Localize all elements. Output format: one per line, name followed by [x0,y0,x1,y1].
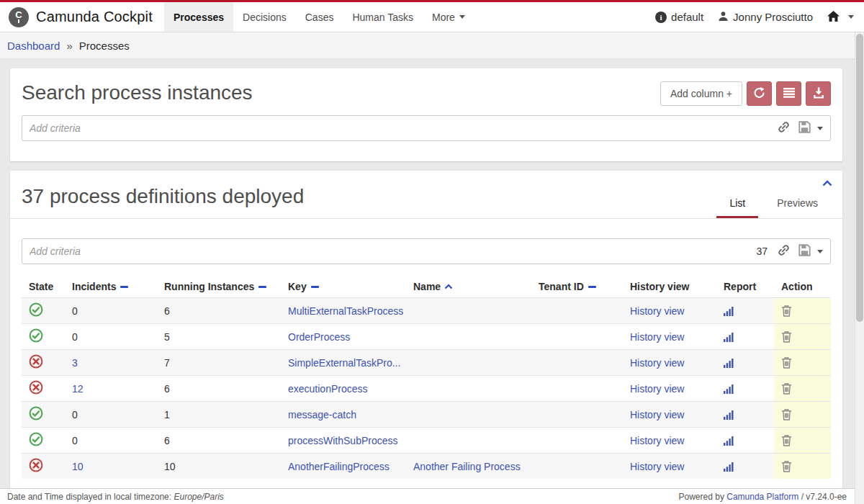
save-search-dropdown[interactable] [798,121,823,136]
history-view-link[interactable]: History view [630,461,684,472]
report-chart-icon[interactable] [724,306,734,316]
report-chart-icon[interactable] [724,358,734,368]
process-name-link[interactable]: Another Failing Process [413,461,521,472]
incidents-link[interactable]: 3 [72,357,78,369]
table-body: 0 6 MultiExternalTaskProcess History vie… [22,297,831,479]
breadcrumb-dashboard-link[interactable]: Dashboard [7,40,60,52]
history-view-link[interactable]: History view [630,409,684,420]
nav-item-more[interactable]: More [423,2,474,32]
powered-by: Powered by Camunda Platform / v7.24.0-ee [679,492,847,502]
incidents-link[interactable]: 12 [72,383,84,395]
process-key-link[interactable]: OrderProcess [288,331,350,343]
user-menu[interactable]: Jonny Prosciutto [718,11,813,24]
nav-item-human-tasks[interactable]: Human Tasks [343,2,423,32]
instance-criteria-input[interactable] [30,122,775,134]
report-chart-icon[interactable] [724,410,734,420]
delete-icon[interactable] [781,460,792,472]
incidents-cell: 3 [65,350,157,375]
incidents-link[interactable]: 10 [72,461,84,472]
share-link-button[interactable] [747,81,772,106]
incidents-cell: 12 [65,376,157,401]
table-row: 12 6 executionProcess History view [22,375,831,401]
tenant-id-cell [531,454,623,479]
camunda-cockpit-screen: C Camunda Cockpit Processes Decisions Ca… [0,0,864,504]
engine-selector[interactable]: i default [655,11,703,23]
nav-item-cases[interactable]: Cases [296,2,343,32]
history-view-link[interactable]: History view [630,435,684,446]
home-menu[interactable] [827,11,854,24]
menu-lines-icon [783,88,795,100]
delete-icon[interactable] [781,408,792,420]
add-column-button[interactable]: Add column + [660,81,742,106]
state-ok-icon [29,302,43,319]
link-icon [778,121,790,135]
definition-criteria-input[interactable] [30,246,756,257]
brand[interactable]: C Camunda Cockpit [0,2,164,32]
history-view-link[interactable]: History view [630,357,684,369]
engine-name: default [671,11,703,23]
camunda-platform-link[interactable]: Camunda Platform [726,492,798,502]
list-view-button[interactable] [776,81,801,106]
breadcrumb: Dashboard » Processes [0,32,864,59]
tab-list[interactable]: List [716,192,758,218]
vertical-scrollbar[interactable] [855,32,864,504]
definitions-table: State Incidents Running Instances Key Na… [22,276,831,479]
process-key-link[interactable]: SimpleExternalTaskPro... [288,357,400,369]
user-name: Jonny Prosciutto [733,11,813,23]
definition-criteria-bar: 37 [22,238,831,264]
user-icon [718,11,729,24]
header-running-instances[interactable]: Running Instances [157,276,281,297]
delete-icon[interactable] [781,330,792,343]
state-error-icon [29,458,43,474]
history-view-link[interactable]: History view [630,331,684,343]
tab-previews[interactable]: Previews [764,192,831,218]
header-report: Report [716,276,774,297]
scrollbar-thumb[interactable] [856,34,863,322]
delete-icon[interactable] [781,305,792,317]
history-view-link[interactable]: History view [630,383,684,395]
process-key-link[interactable]: message-catch [288,409,356,420]
process-key-link[interactable]: executionProcess [288,383,368,395]
breadcrumb-current: Processes [79,40,130,52]
copy-link-button[interactable] [775,244,793,258]
delete-icon[interactable] [781,382,792,395]
search-panel-title: Search process instances [22,81,253,104]
report-chart-icon[interactable] [724,332,734,342]
report-chart-icon[interactable] [724,436,734,446]
report-chart-icon[interactable] [724,462,734,472]
download-icon [813,87,824,101]
report-chart-icon[interactable] [724,384,734,394]
table-row: 0 6 MultiExternalTaskProcess History vie… [22,297,831,323]
save-search-dropdown[interactable] [798,244,823,259]
delete-icon[interactable] [781,356,792,369]
incidents-cell: 0 [65,324,157,349]
tenant-id-cell [531,324,623,349]
nav-item-decisions[interactable]: Decisions [233,2,296,32]
state-ok-icon [29,406,43,423]
table-row: 0 5 OrderProcess History view [22,323,831,349]
header-incidents[interactable]: Incidents [65,276,157,297]
header-key[interactable]: Key [281,276,406,297]
breadcrumb-separator: » [66,40,72,52]
header-action: Action [774,276,831,297]
table-row: 0 6 processWithSubProcess History view [22,427,831,453]
process-key-link[interactable]: MultiExternalTaskProcess [288,305,403,317]
tenant-id-cell [531,350,623,375]
search-instances-panel: Search process instances Add column + [10,68,842,161]
running-instances-cell: 6 [157,376,281,401]
running-instances-cell: 6 [157,298,281,323]
collapse-panel-button[interactable] [822,178,832,189]
nav-item-processes[interactable]: Processes [164,2,233,32]
process-key-link[interactable]: AnotherFailingProcess [288,461,390,472]
info-icon: i [655,12,667,23]
history-view-link[interactable]: History view [630,305,684,317]
chevron-down-icon [817,250,823,253]
save-icon [798,244,811,259]
incidents-cell: 0 [65,402,157,427]
header-tenant-id[interactable]: Tenant ID [531,276,623,297]
process-key-link[interactable]: processWithSubProcess [288,435,398,446]
copy-link-button[interactable] [775,121,793,135]
delete-icon[interactable] [781,434,792,446]
header-name[interactable]: Name [406,276,531,297]
download-button[interactable] [806,81,831,106]
